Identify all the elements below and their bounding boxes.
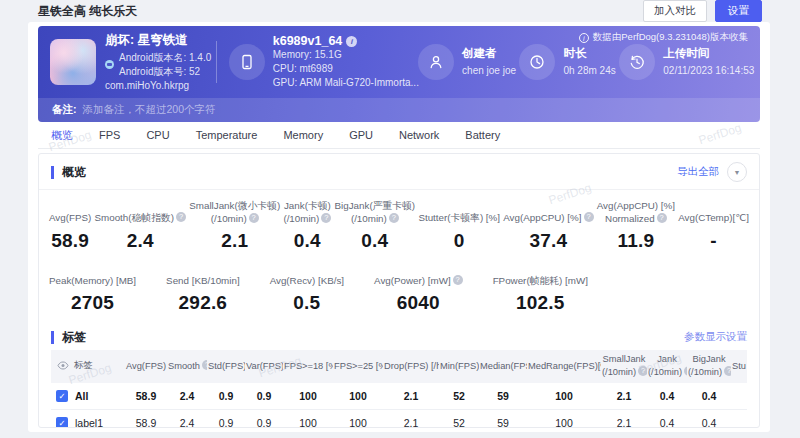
column-header: SmallJank(/10min) xyxy=(601,350,647,382)
help-icon[interactable] xyxy=(389,213,399,223)
tab-CPU[interactable]: CPU xyxy=(133,122,182,148)
overview-title: 概览 xyxy=(51,166,86,179)
tab-FPS[interactable]: FPS xyxy=(86,122,133,148)
duration-value: 0h 28m 24s xyxy=(563,64,615,78)
topbar-actions: 加入对比 设置 xyxy=(643,0,762,22)
column-header: Min(FPS) xyxy=(439,350,479,382)
table-cell: 0.9 xyxy=(245,409,283,428)
settings-button[interactable]: 设置 xyxy=(715,0,762,22)
row-label: All xyxy=(75,390,88,402)
tab-Network[interactable]: Network xyxy=(386,122,452,148)
table-cell: 52 xyxy=(439,383,479,410)
help-icon[interactable] xyxy=(657,213,667,223)
creator-label: 创建者 xyxy=(462,46,516,61)
device-info-icon[interactable]: i xyxy=(346,36,357,47)
table-cell: 100 xyxy=(283,383,333,410)
metric-value: 6040 xyxy=(374,292,463,314)
metric-label: Jank(卡顿) xyxy=(283,200,331,213)
help-icon[interactable] xyxy=(684,366,687,376)
tab-概览[interactable]: 概览 xyxy=(38,122,86,148)
metric-label-line2: (/10min) xyxy=(335,213,416,226)
export-dropdown-button[interactable]: ▼ xyxy=(727,162,747,182)
metric-label: Avg(CTemp)[℃] xyxy=(678,212,749,225)
main-card: 崩坏: 星穹铁道 Android版本名: 1.4.0 Android版本号: 5… xyxy=(28,22,770,432)
column-header: 标签 xyxy=(51,350,125,382)
remark-placeholder: 添加备注，不超过200个字符 xyxy=(83,103,216,117)
column-header: Std(FPS) xyxy=(207,350,245,382)
info-icon: i xyxy=(579,33,589,43)
remark-field[interactable]: 备注: 添加备注，不超过200个字符 xyxy=(38,98,760,122)
metric-value: 0.5 xyxy=(270,292,344,314)
table-cell: 2.1 xyxy=(601,383,647,410)
table-cell: 100 xyxy=(283,409,333,428)
metric: Avg(FPS)58.9 xyxy=(49,200,91,252)
metric-label: BigJank(严重卡顿) xyxy=(335,200,416,213)
device-info-block: k6989v1_64 i Memory: 15.1G CPU: mt6989 G… xyxy=(229,34,410,90)
metric-value: 37.4 xyxy=(503,230,593,252)
tab-GPU[interactable]: GPU xyxy=(336,122,386,148)
metric-value: 292.6 xyxy=(166,292,240,314)
tab-Battery[interactable]: Battery xyxy=(452,122,513,148)
tab-Memory[interactable]: Memory xyxy=(270,122,336,148)
metric-label: Avg(AppCPU) [%] xyxy=(503,212,593,225)
metric-value: 0.4 xyxy=(335,230,416,252)
device-cpu: CPU: mt6989 xyxy=(273,62,419,76)
metric-label: Stutter(卡顿率) [%] xyxy=(418,212,500,225)
help-icon[interactable] xyxy=(453,275,463,285)
metric-value: 2.4 xyxy=(95,230,186,252)
export-all-link[interactable]: 导出全部 xyxy=(677,165,719,179)
help-icon[interactable] xyxy=(321,213,331,223)
clock-icon xyxy=(519,44,555,80)
tab-bar: 概览FPSCPUTemperatureMemoryGPUNetworkBatte… xyxy=(38,122,760,149)
metric: Avg(CTemp)[℃]- xyxy=(678,200,749,252)
column-header: Jank(/10min) xyxy=(647,350,687,382)
table-cell: 58.9 xyxy=(125,409,167,428)
metric: Send [KB/10min]292.6 xyxy=(166,262,240,314)
metric-label: Peak(Memory) [MB] xyxy=(49,275,136,288)
device-memory: Memory: 15.1G xyxy=(273,48,419,62)
table-cell: 59 xyxy=(479,383,527,410)
metric: Avg(AppCPU) [%]Normalized11.9 xyxy=(597,200,675,252)
metric-label-line2: Normalized xyxy=(597,213,675,226)
help-icon[interactable] xyxy=(638,366,647,376)
app-version-name: Android版本名: 1.4.0 xyxy=(119,51,211,65)
eye-icon[interactable] xyxy=(57,361,69,374)
metric: Avg(AppCPU) [%]37.4 xyxy=(503,200,593,252)
metric-value: 102.5 xyxy=(493,292,588,314)
tab-Temperature[interactable]: Temperature xyxy=(183,122,271,148)
session-header-card: 崩坏: 星穹铁道 Android版本名: 1.4.0 Android版本号: 5… xyxy=(38,26,760,122)
row-checkbox[interactable] xyxy=(56,390,68,402)
help-icon[interactable] xyxy=(176,212,186,222)
help-icon[interactable] xyxy=(724,366,731,376)
table-cell: 52 xyxy=(439,409,479,428)
table-cell: 2.4 xyxy=(167,383,207,410)
collect-note: i 数据由PerfDog(9.3.231048)版本收集 xyxy=(579,31,748,44)
creator-value: chen joe joe xyxy=(462,64,516,78)
device-gpu: GPU: ARM Mali-G720-Immorta... xyxy=(273,76,419,90)
metric: BigJank(严重卡顿)(/10min)0.4 xyxy=(335,200,416,252)
phone-icon xyxy=(229,44,265,80)
metric: SmallJank(微小卡顿)(/10min)2.1 xyxy=(189,200,280,252)
metric-label: SmallJank(微小卡顿) xyxy=(189,200,280,213)
param-display-settings-link[interactable]: 参数显示设置 xyxy=(684,330,747,344)
metric: Stutter(卡顿率) [%]0 xyxy=(418,200,500,252)
metric-label: Avg(Power) [mW] xyxy=(374,275,463,288)
overview-panel: 概览 导出全部 ▼ Avg(FPS)58.9Smooth(稳帧指数)2.4Sma… xyxy=(38,153,760,428)
column-header: Drop(FPS) [/h] xyxy=(383,350,439,382)
help-icon[interactable] xyxy=(249,213,259,223)
help-icon[interactable] xyxy=(202,360,207,370)
column-header: Var(FPS) xyxy=(245,350,283,382)
add-compare-button[interactable]: 加入对比 xyxy=(643,0,707,22)
duration-block: 时长 0h 28m 24s xyxy=(519,44,611,80)
help-icon[interactable] xyxy=(584,212,594,222)
metric-label: Send [KB/10min] xyxy=(166,275,240,288)
session-header-main: 崩坏: 星穹铁道 Android版本名: 1.4.0 Android版本号: 5… xyxy=(38,26,760,98)
table-cell: 100 xyxy=(527,383,601,410)
table-cell: 0.4 xyxy=(647,383,687,410)
metric: Avg(Recv) [KB/s]0.5 xyxy=(270,262,344,314)
metric-label: Avg(FPS) xyxy=(49,212,91,225)
row-checkbox[interactable] xyxy=(56,417,68,428)
metric-value: 0.4 xyxy=(283,230,331,252)
table-cell: 0.9 xyxy=(245,383,283,410)
metric-label-line2: (/10min) xyxy=(283,213,331,226)
